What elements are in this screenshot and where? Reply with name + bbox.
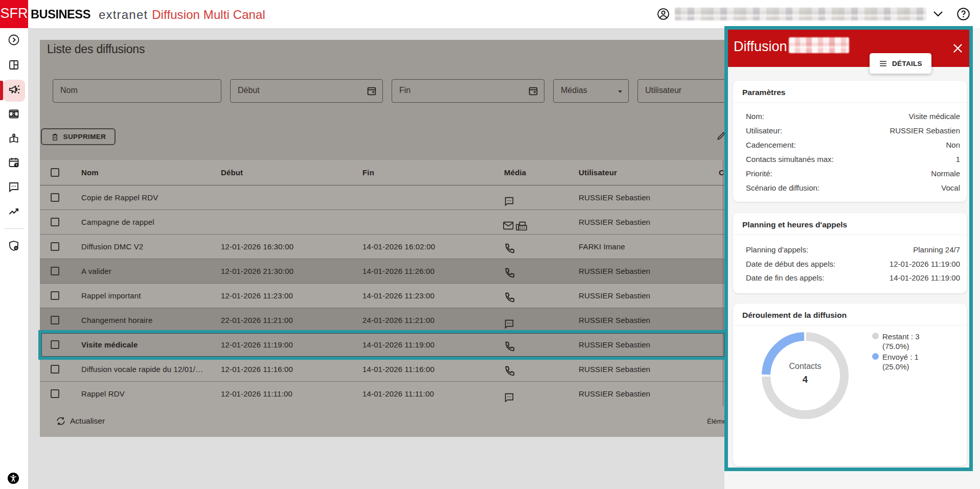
- svg-text:Contacts: Contacts: [789, 362, 821, 370]
- svg-text:4: 4: [803, 374, 808, 385]
